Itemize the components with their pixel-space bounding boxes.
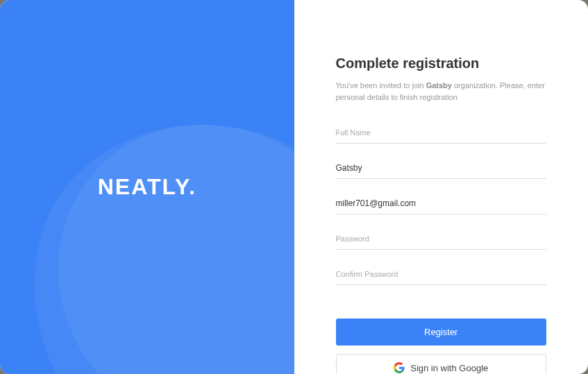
decorative-wave-2 [0,85,294,374]
confirm-password-group [336,264,547,285]
page-subtitle: You've been invited to join Gatsby organ… [336,80,547,103]
google-button-label: Sign in with Google [410,363,488,373]
organization-field[interactable] [336,158,547,179]
google-icon [394,362,405,373]
form-panel: Complete registration You've been invite… [294,0,589,374]
password-group [336,228,547,250]
fullname-field[interactable] [336,122,547,144]
email-group [336,193,547,214]
brand-logo: NEATLY. [98,174,196,200]
brand-panel: NEATLY. [0,0,294,374]
registration-container: NEATLY. Complete registration You've bee… [0,0,588,374]
organization-group [336,158,547,179]
page-title: Complete registration [336,56,547,71]
register-button[interactable]: Register [336,318,547,346]
subtitle-prefix: You've been invited to join [336,81,426,90]
password-field[interactable] [336,228,547,250]
confirm-password-field[interactable] [336,264,547,285]
fullname-group [336,122,547,144]
google-signin-button[interactable]: Sign in with Google [336,354,547,374]
subtitle-org: Gatsby [426,81,452,90]
email-field[interactable] [336,193,547,214]
